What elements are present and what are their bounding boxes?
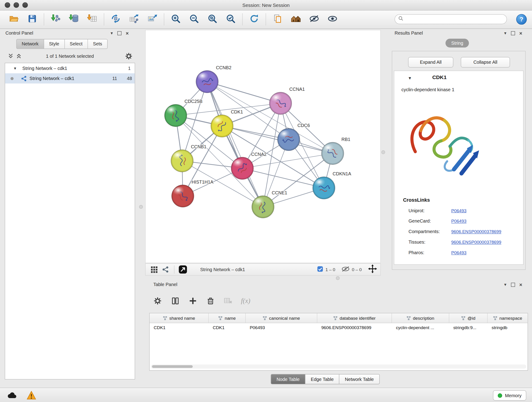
cell-database-identifier: 9606.ENSP00000378699 xyxy=(317,325,392,330)
column-header-namespace[interactable]: namespace xyxy=(488,313,528,323)
import-table-file-button[interactable] xyxy=(83,12,101,27)
selected-checkbox-icon[interactable] xyxy=(317,266,323,273)
column-header-description[interactable]: description xyxy=(392,313,449,323)
tab-edge-table[interactable]: Edge Table xyxy=(305,374,340,384)
zoom-fit-button[interactable] xyxy=(203,12,222,27)
network-node-CCNB1[interactable]: CCNB1 xyxy=(171,144,206,172)
network-row[interactable]: String Network – cdk1 1148 xyxy=(5,73,135,83)
table-panel-window-icons: ▾ × xyxy=(504,282,529,287)
expand-all-button[interactable]: Expand All xyxy=(408,57,453,68)
network-options-gear-icon[interactable] xyxy=(125,53,132,61)
tab-select[interactable]: Select xyxy=(65,39,88,49)
hidden-eye-icon[interactable] xyxy=(342,266,349,273)
create-column-button[interactable] xyxy=(186,294,200,307)
search-input[interactable] xyxy=(405,16,507,22)
crosslink-label: Tissues: xyxy=(409,240,425,245)
show-all-button[interactable] xyxy=(323,12,342,27)
close-panel-icon[interactable]: × xyxy=(519,282,522,287)
network-node-CCNB2[interactable]: CCNB2 xyxy=(196,65,231,93)
network-node-HIST1H1A[interactable]: HIST1H1A xyxy=(172,179,214,207)
panel-resize-handle[interactable] xyxy=(381,150,385,154)
collection-disclosure-icon[interactable]: ▼ xyxy=(13,66,17,70)
column-header-shared-name[interactable]: shared name xyxy=(150,313,209,323)
table-row[interactable]: CDK1 CDK1 P06493 9606.ENSP00000378699 cy… xyxy=(150,323,528,332)
function-builder-button[interactable]: f(x) xyxy=(239,294,253,307)
panel-resize-handle[interactable] xyxy=(336,276,340,280)
column-header-name[interactable]: name xyxy=(209,313,246,323)
panel-menu-icon[interactable]: ▾ xyxy=(504,31,507,35)
tab-node-table[interactable]: Node Table xyxy=(271,374,305,384)
column-header-canonical-name[interactable]: canonical name xyxy=(246,313,317,323)
crosslink-link[interactable]: P06493 xyxy=(451,250,467,255)
tab-sets[interactable]: Sets xyxy=(88,39,107,49)
crosslink-row: Uniprot: P06493 xyxy=(394,206,523,217)
pan-mode-button[interactable] xyxy=(368,264,377,274)
float-panel-icon[interactable] xyxy=(511,283,515,287)
gene-card-header[interactable]: ▼ CDK1 xyxy=(394,71,523,85)
close-panel-icon[interactable]: × xyxy=(519,31,522,36)
column-header-database-identifier[interactable]: database identifier xyxy=(317,313,392,323)
delete-table-button[interactable] xyxy=(221,294,235,307)
window-title: Session: New Session xyxy=(0,2,532,8)
crosslink-link[interactable]: 9606.ENSP00000378699 xyxy=(451,240,501,245)
network-selection-row: 1 of 1 Network selected xyxy=(5,51,135,61)
zoom-out-button[interactable] xyxy=(185,12,203,27)
panel-menu-icon[interactable]: ▾ xyxy=(111,31,113,35)
show-columns-button[interactable] xyxy=(168,294,182,307)
refresh-icon xyxy=(249,13,259,25)
network-counters: 1 – 0 0 – 0 xyxy=(317,264,377,274)
crosslink-link[interactable]: P06493 xyxy=(451,219,467,224)
help-button[interactable]: ? xyxy=(516,13,527,25)
network-collection-row[interactable]: ▼ String Network – cdk1 1 xyxy=(5,63,135,73)
save-session-button[interactable] xyxy=(23,12,41,27)
float-panel-icon[interactable] xyxy=(117,31,121,35)
new-network-button[interactable] xyxy=(107,12,125,27)
network-node-RB1[interactable]: RB1 xyxy=(322,137,350,165)
home-icon xyxy=(291,13,301,25)
tab-style[interactable]: Style xyxy=(44,39,65,49)
network-from-table-button[interactable] xyxy=(125,12,143,27)
close-panel-icon[interactable]: × xyxy=(126,31,129,36)
crosslink-link[interactable]: 9606.ENSP00000378699 xyxy=(451,229,501,234)
results-tab-string[interactable]: String xyxy=(445,39,469,48)
network-overview-button[interactable] xyxy=(160,265,171,274)
tab-network-table[interactable]: Network Table xyxy=(339,374,379,384)
collapse-all-button[interactable]: Collapse All xyxy=(461,57,510,68)
zoom-in-button[interactable] xyxy=(167,12,185,27)
float-panel-icon[interactable] xyxy=(511,31,515,35)
network-node-CDK1[interactable]: CDK1 xyxy=(211,109,243,137)
panel-menu-icon[interactable]: ▾ xyxy=(504,282,507,287)
table-options-button[interactable] xyxy=(151,294,164,307)
cloud-status-button[interactable] xyxy=(6,390,18,400)
scrollbar-thumb[interactable] xyxy=(152,365,193,368)
import-network-file-button[interactable] xyxy=(46,12,65,27)
network-node-CDKN1A[interactable]: CDKN1A xyxy=(313,171,351,199)
open-session-button[interactable] xyxy=(5,12,23,27)
warnings-button[interactable] xyxy=(25,390,37,400)
memory-button[interactable]: Memory xyxy=(493,390,526,400)
home-button[interactable] xyxy=(287,12,305,27)
tab-network[interactable]: Network xyxy=(17,39,44,49)
network-counts: 1148 xyxy=(105,76,135,81)
search-box[interactable] xyxy=(394,14,507,24)
network-edge-CCNB2-CCNE1[interactable] xyxy=(207,82,263,207)
open-in-string-button[interactable] xyxy=(177,265,189,274)
copy-button[interactable] xyxy=(268,12,287,27)
export-image-button[interactable] xyxy=(143,12,162,27)
zoom-selected-button[interactable] xyxy=(222,12,240,27)
panel-resize-handle[interactable] xyxy=(139,205,143,209)
import-network-database-button[interactable] xyxy=(65,12,83,27)
network-node-CDC25B[interactable]: CDC25B xyxy=(165,99,203,127)
network-node-CCNA1[interactable]: CCNA1 xyxy=(269,87,305,114)
crosslink-link[interactable]: P06493 xyxy=(451,208,467,213)
hide-selected-button[interactable] xyxy=(305,12,323,27)
control-panel-title: Control Panel xyxy=(6,31,33,36)
column-header-id[interactable]: @id xyxy=(449,313,488,323)
horizontal-scrollbar[interactable] xyxy=(151,364,526,369)
delete-column-button[interactable] xyxy=(204,294,217,307)
birds-eye-view-button[interactable] xyxy=(148,265,160,274)
refresh-button[interactable] xyxy=(245,12,263,27)
network-edge-CCNB2-CCNA1[interactable] xyxy=(207,82,280,103)
gene-disclosure-icon[interactable]: ▼ xyxy=(408,76,412,80)
network-canvas[interactable]: CCNB2CCNA1CDC25BCDK1CDC6RB1CCNB1CCNA2CDK… xyxy=(145,30,381,263)
